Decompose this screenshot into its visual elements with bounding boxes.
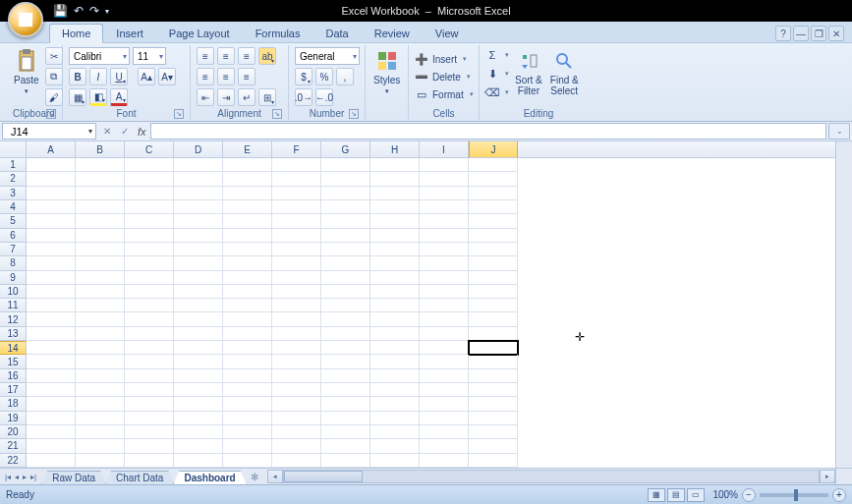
cell[interactable] [272, 412, 321, 425]
cell[interactable] [27, 327, 76, 341]
cell[interactable] [469, 256, 518, 270]
cell[interactable] [125, 454, 174, 468]
cell[interactable] [321, 355, 370, 368]
restore-button[interactable]: ❐ [811, 26, 826, 41]
cell[interactable] [76, 299, 125, 312]
cell[interactable] [125, 397, 174, 411]
cell[interactable] [321, 172, 370, 186]
cell[interactable] [223, 243, 272, 256]
cell[interactable] [223, 454, 272, 468]
row-header[interactable]: 13 [0, 327, 27, 341]
cell[interactable] [420, 454, 469, 468]
row-header[interactable]: 17 [0, 383, 27, 397]
ribbon-tab-view[interactable]: View [423, 24, 472, 42]
cell[interactable] [420, 243, 469, 256]
cell[interactable] [321, 397, 370, 411]
cell[interactable] [125, 285, 174, 299]
cell[interactable] [370, 425, 420, 439]
cell[interactable] [370, 439, 420, 453]
align-left-button[interactable]: ≡ [197, 68, 214, 85]
cell[interactable] [223, 369, 272, 383]
cell[interactable] [125, 341, 174, 355]
tab-first-icon[interactable]: |◂ [4, 473, 12, 481]
cell[interactable] [174, 187, 223, 200]
cell[interactable] [223, 397, 272, 411]
cell[interactable] [272, 397, 321, 411]
cell[interactable] [321, 229, 370, 243]
cell[interactable] [420, 383, 469, 397]
cell[interactable] [469, 341, 518, 355]
cell[interactable] [420, 271, 469, 285]
cell[interactable] [27, 285, 76, 299]
cell[interactable] [223, 271, 272, 285]
column-header-J[interactable]: J [469, 141, 518, 157]
zoom-slider[interactable] [760, 493, 828, 497]
cell[interactable] [223, 312, 272, 326]
cell[interactable] [370, 397, 420, 411]
cell[interactable] [469, 327, 518, 341]
cell[interactable] [370, 412, 420, 425]
select-all-corner[interactable] [0, 141, 27, 157]
cell[interactable] [321, 187, 370, 200]
tab-next-icon[interactable]: ▸ [22, 473, 28, 481]
cell[interactable] [76, 187, 125, 200]
cell[interactable] [321, 214, 370, 228]
cell[interactable] [27, 271, 76, 285]
cell[interactable] [272, 327, 321, 341]
zoom-out-button[interactable]: − [742, 488, 756, 502]
cell[interactable] [223, 187, 272, 200]
cell[interactable] [125, 200, 174, 214]
currency-button[interactable]: $▾ [295, 68, 312, 85]
cell[interactable] [76, 256, 125, 270]
border-button[interactable]: ▦▾ [69, 88, 86, 106]
row-header[interactable]: 11 [0, 299, 27, 312]
cell[interactable] [420, 425, 469, 439]
cell[interactable] [27, 229, 76, 243]
row-header[interactable]: 15 [0, 355, 27, 368]
increase-indent-button[interactable]: ⇥ [217, 88, 235, 106]
cell[interactable] [272, 299, 321, 312]
cell[interactable] [272, 229, 321, 243]
cell[interactable] [76, 172, 125, 186]
cell[interactable] [469, 172, 518, 186]
cell[interactable] [272, 271, 321, 285]
cell[interactable] [174, 355, 223, 368]
cell[interactable] [76, 312, 125, 326]
scroll-right-button[interactable]: ▸ [820, 470, 835, 483]
cut-button[interactable]: ✂ [45, 47, 63, 65]
cell[interactable] [469, 243, 518, 256]
cell[interactable] [125, 158, 174, 172]
row-header[interactable]: 6 [0, 229, 27, 243]
cell[interactable] [27, 243, 76, 256]
delete-cells-button[interactable]: ➖ Delete▾ [415, 69, 471, 84]
autosum-button[interactable]: Σ▾ [485, 47, 509, 63]
cell[interactable] [223, 341, 272, 355]
font-face-select[interactable]: Calibri [69, 47, 130, 65]
row-header[interactable]: 4 [0, 200, 27, 214]
cell[interactable] [321, 271, 370, 285]
insert-sheet-button[interactable]: ✻ [246, 469, 263, 484]
fill-color-button[interactable]: ◧▾ [89, 88, 107, 106]
cell[interactable] [370, 299, 420, 312]
insert-cells-button[interactable]: ➕ Insert▾ [415, 51, 467, 67]
cell[interactable] [125, 412, 174, 425]
cell[interactable] [125, 271, 174, 285]
cell[interactable] [272, 285, 321, 299]
increase-decimal-button[interactable]: .0→ [295, 88, 312, 106]
cell[interactable] [27, 383, 76, 397]
cell[interactable] [370, 200, 420, 214]
cell[interactable] [469, 412, 518, 425]
fx-icon[interactable]: fx [134, 126, 150, 138]
font-color-button[interactable]: A▾ [110, 88, 128, 106]
cell[interactable] [223, 229, 272, 243]
save-icon[interactable]: 💾 [53, 4, 68, 18]
cell[interactable] [370, 214, 420, 228]
cell[interactable] [27, 341, 76, 355]
cell[interactable] [27, 397, 76, 411]
cell[interactable] [223, 412, 272, 425]
format-painter-button[interactable]: 🖌 [45, 88, 63, 106]
cell[interactable] [420, 158, 469, 172]
cell[interactable] [223, 355, 272, 368]
cell[interactable] [370, 341, 420, 355]
cell[interactable] [27, 200, 76, 214]
